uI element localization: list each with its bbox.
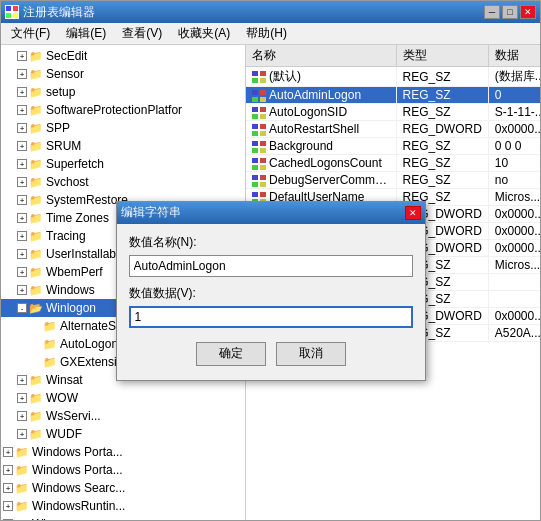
tree-item-label: setup [46,85,75,99]
cancel-button[interactable]: 取消 [276,342,346,366]
svg-rect-24 [252,158,258,163]
tree-toggle-icon[interactable]: + [3,501,13,511]
tree-toggle-icon[interactable]: + [3,519,13,520]
tree-toggle-icon[interactable]: + [3,483,13,493]
svg-rect-28 [252,175,258,180]
folder-icon: 📁 [29,104,43,117]
menu-help[interactable]: 帮助(H) [240,23,293,44]
menu-edit[interactable]: 编辑(E) [60,23,112,44]
svg-rect-7 [260,78,266,83]
tree-item[interactable]: +📁setup [1,83,245,101]
folder-icon: 📁 [29,374,43,387]
window-title: 注册表编辑器 [23,4,95,21]
dialog-close-button[interactable]: ✕ [405,206,421,220]
folder-icon: 📂 [29,302,43,315]
cell-data: Micros... [488,257,540,274]
tree-toggle-icon[interactable]: + [17,159,27,169]
tree-item[interactable]: +📁Windows Porta... [1,443,245,461]
menu-favorites[interactable]: 收藏夹(A) [172,23,236,44]
folder-icon: 📁 [15,464,29,477]
tree-toggle-icon[interactable]: + [17,213,27,223]
tree-toggle-icon[interactable]: + [17,105,27,115]
folder-icon: 📁 [43,320,57,333]
tree-item[interactable]: +📁SecEdit [1,47,245,65]
cell-data: 0x0000... [488,223,540,240]
folder-icon: 📁 [29,212,43,225]
table-row[interactable]: AutoLogonSIDREG_SZS-1-11-... [246,104,540,121]
table-row[interactable]: AutoRestartShellREG_DWORD0x0000... [246,121,540,138]
tree-toggle-icon[interactable]: + [17,267,27,277]
menu-file[interactable]: 文件(F) [5,23,56,44]
tree-item[interactable]: +📁SRUM [1,137,245,155]
svg-rect-11 [260,97,266,102]
folder-icon: 📁 [29,284,43,297]
table-row[interactable]: CachedLogonsCountREG_SZ10 [246,155,540,172]
tree-item[interactable]: +📁Wisp [1,515,245,520]
svg-rect-2 [6,13,11,18]
close-button[interactable]: ✕ [520,5,536,19]
tree-item[interactable]: +📁WsServi... [1,407,245,425]
tree-item[interactable]: +📁WUDF [1,425,245,443]
tree-toggle-icon[interactable]: + [3,465,13,475]
tree-toggle-icon[interactable]: + [17,411,27,421]
tree-toggle-icon[interactable]: + [17,123,27,133]
tree-toggle-icon[interactable]: + [17,141,27,151]
cell-data: 0x0000... [488,240,540,257]
tree-item-label: Windows [46,283,95,297]
tree-item[interactable]: +📁Sensor [1,65,245,83]
tree-toggle-icon[interactable]: + [17,249,27,259]
tree-toggle-icon[interactable]: + [17,195,27,205]
table-row[interactable]: BackgroundREG_SZ0 0 0 [246,138,540,155]
tree-toggle-icon[interactable]: - [17,303,27,313]
tree-item[interactable]: +📁SPP [1,119,245,137]
menu-view[interactable]: 查看(V) [116,23,168,44]
tree-item-label: SoftwareProtectionPlatfor [46,103,182,117]
svg-rect-21 [260,141,266,146]
tree-toggle-icon[interactable]: + [17,375,27,385]
svg-rect-13 [260,107,266,112]
tree-item[interactable]: +📁WindowsRuntin... [1,497,245,515]
svg-rect-16 [252,124,258,129]
table-row[interactable]: (默认)REG_SZ(数据库... [246,67,540,87]
folder-icon: 📁 [43,338,57,351]
cell-data: A520A... [488,325,540,342]
tree-toggle-icon[interactable]: + [17,69,27,79]
tree-toggle-icon[interactable]: + [3,447,13,457]
tree-item-label: WsServi... [46,409,101,423]
tree-toggle-icon[interactable]: + [17,393,27,403]
title-controls: ─ □ ✕ [484,5,536,19]
tree-toggle-icon[interactable]: + [17,87,27,97]
tree-item-label: Time Zones [46,211,109,225]
tree-toggle-icon[interactable]: + [17,429,27,439]
tree-item[interactable]: +📁Svchost [1,173,245,191]
tree-item[interactable]: +📁Superfetch [1,155,245,173]
tree-toggle-icon[interactable]: + [17,285,27,295]
cell-name: DebugServerCommand [246,172,396,189]
value-input[interactable] [129,306,413,328]
tree-toggle-icon[interactable]: + [17,51,27,61]
ok-button[interactable]: 确定 [196,342,266,366]
cell-type: REG_SZ [396,138,488,155]
tree-item-label: Winsat [46,373,83,387]
tree-toggle-icon[interactable]: + [17,177,27,187]
tree-item[interactable]: +📁WOW [1,389,245,407]
svg-rect-29 [260,175,266,180]
folder-icon: 📁 [15,446,29,459]
cell-type: REG_SZ [396,104,488,121]
cell-name: AutoRestartShell [246,121,396,138]
svg-rect-1 [13,6,18,11]
tree-item-label: SPP [46,121,70,135]
maximize-button[interactable]: □ [502,5,518,19]
name-label: 数值名称(N): [129,234,413,251]
table-row[interactable]: AutoAdminLogonREG_SZ0 [246,87,540,104]
svg-rect-26 [252,165,258,170]
tree-toggle-icon[interactable]: + [17,231,27,241]
tree-item[interactable]: +📁Windows Porta... [1,461,245,479]
name-input[interactable] [129,255,413,277]
cell-type: REG_SZ [396,155,488,172]
minimize-button[interactable]: ─ [484,5,500,19]
tree-item[interactable]: +📁Windows Searc... [1,479,245,497]
tree-item[interactable]: +📁SoftwareProtectionPlatfor [1,101,245,119]
table-row[interactable]: DebugServerCommandREG_SZno [246,172,540,189]
cell-data: 0 [488,87,540,104]
